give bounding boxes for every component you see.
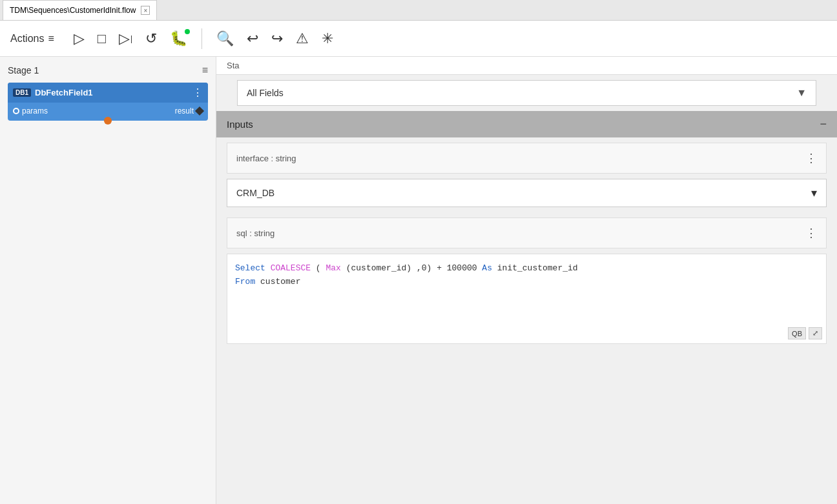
chevron-down-icon: ▼ [796, 87, 807, 99]
sql-rest: ,0) + 100000 [417, 263, 482, 273]
right-panel-inner: Sta All Fields ▼ Inputs − interface : st… [216, 57, 837, 357]
replay-button[interactable]: ↺ [141, 28, 161, 50]
input-interface-row: interface : string ⋮ [227, 143, 827, 174]
sql-qb-button[interactable]: QB [788, 327, 806, 339]
node-connector-dot [104, 117, 112, 125]
undo-icon: ↩ [247, 30, 258, 47]
port-params-label: params [22, 106, 48, 116]
all-fields-label: All Fields [247, 88, 284, 98]
top-bar-right: Sta [216, 57, 837, 75]
right-panel: Sta All Fields ▼ Inputs − interface : st… [216, 57, 837, 504]
all-fields-dropdown[interactable]: All Fields ▼ [237, 80, 816, 106]
menu-icon: ≡ [48, 33, 54, 45]
crm-db-value: CRM_DB [236, 188, 274, 198]
main-layout: Stage 1 ≡ DB1 DbFetchField1 ⋮ params res… [0, 57, 837, 504]
sql-paren-open: ( [316, 263, 321, 273]
collapse-icon[interactable]: − [820, 117, 827, 131]
stage-title: Stage 1 [8, 65, 39, 76]
sql-line-2: From customer [235, 276, 818, 289]
node-badge: DB1 [13, 88, 31, 97]
step-icon: ▷| [119, 30, 132, 47]
tab-label: TDM\Sequences\CustomerIdInit.flow [10, 6, 136, 15]
inputs-section: Inputs − interface : string ⋮ CRM_DB ▾ s… [216, 111, 837, 344]
node-block[interactable]: DB1 DbFetchField1 ⋮ params result [8, 83, 208, 121]
search-icon: 🔍 [216, 30, 234, 47]
sql-table: customer [260, 277, 300, 287]
redo-button[interactable]: ↪ [267, 28, 287, 50]
node-header: DB1 DbFetchField1 ⋮ [8, 83, 208, 103]
step-button[interactable]: ▷| [115, 28, 136, 50]
sql-code-area[interactable]: Select COALESCE ( Max (customer_id) ,0) … [227, 254, 827, 344]
crm-db-chevron: ▾ [811, 186, 817, 200]
play-button[interactable]: ▷ [70, 28, 88, 50]
input-interface-menu[interactable]: ⋮ [805, 151, 817, 165]
sql-toolbar: QB ⤢ [788, 327, 822, 339]
search-button[interactable]: 🔍 [212, 28, 238, 50]
port-circle-left [13, 108, 19, 114]
toolbar-divider [202, 28, 202, 49]
redo-icon: ↪ [271, 30, 283, 47]
sql-expand-button[interactable]: ⤢ [809, 327, 822, 339]
node-ports: params result [8, 103, 208, 121]
stop-button[interactable]: □ [94, 28, 110, 50]
asterisk-icon: ✳ [322, 30, 333, 47]
stage-menu-icon[interactable]: ≡ [202, 65, 208, 76]
input-sql-menu[interactable]: ⋮ [805, 226, 817, 240]
stage-header: Stage 1 ≡ [8, 65, 208, 76]
crm-db-dropdown[interactable]: CRM_DB ▾ [227, 179, 827, 207]
sql-coalesce-function: COALESCE [271, 263, 311, 273]
actions-label: Actions [10, 33, 44, 45]
stop-icon: □ [98, 30, 106, 47]
input-interface-label: interface : string [236, 154, 296, 163]
replay-icon: ↺ [145, 30, 157, 47]
debug-active-dot [185, 29, 190, 34]
sql-max-arg: (customer_id) [346, 263, 411, 273]
asterisk-button[interactable]: ✳ [318, 28, 337, 50]
tab-bar: TDM\Sequences\CustomerIdInit.flow × [0, 0, 837, 21]
port-diamond-right [195, 106, 204, 116]
sql-select-keyword: Select [235, 263, 265, 273]
input-sql-row: sql : string ⋮ [227, 217, 827, 248]
node-label-row: DB1 DbFetchField1 [13, 88, 93, 97]
port-result: result [175, 106, 203, 116]
all-fields-container: All Fields ▼ [227, 80, 827, 106]
input-sql-label: sql : string [236, 228, 274, 238]
port-result-label: result [175, 106, 194, 116]
warning-icon: ⚠ [296, 30, 309, 47]
warning-button[interactable]: ⚠ [292, 28, 313, 50]
inputs-header: Inputs − [216, 111, 837, 137]
left-panel: Stage 1 ≡ DB1 DbFetchField1 ⋮ params res… [0, 57, 216, 504]
undo-button[interactable]: ↩ [243, 28, 262, 50]
actions-menu[interactable]: Actions ≡ [10, 33, 54, 45]
tab-close-button[interactable]: × [141, 6, 150, 15]
port-params: params [13, 106, 48, 116]
debug-button[interactable]: 🐛 [166, 28, 191, 50]
play-icon: ▷ [74, 30, 85, 47]
sql-max-function: Max [326, 263, 340, 273]
stage-label-small: Sta [227, 61, 240, 70]
sql-alias: init_customer_id [497, 263, 578, 273]
node-options-icon[interactable]: ⋮ [192, 86, 203, 99]
sql-from-keyword: From [235, 277, 255, 287]
toolbar: Actions ≡ ▷ □ ▷| ↺ 🐛 🔍 ↩ ↪ ⚠ ✳ [0, 21, 837, 57]
sql-as-keyword: As [482, 263, 492, 273]
inputs-label: Inputs [227, 119, 253, 130]
tab-main[interactable]: TDM\Sequences\CustomerIdInit.flow × [3, 0, 157, 20]
sql-line-1: Select COALESCE ( Max (customer_id) ,0) … [235, 262, 818, 276]
node-name: DbFetchField1 [35, 88, 93, 97]
